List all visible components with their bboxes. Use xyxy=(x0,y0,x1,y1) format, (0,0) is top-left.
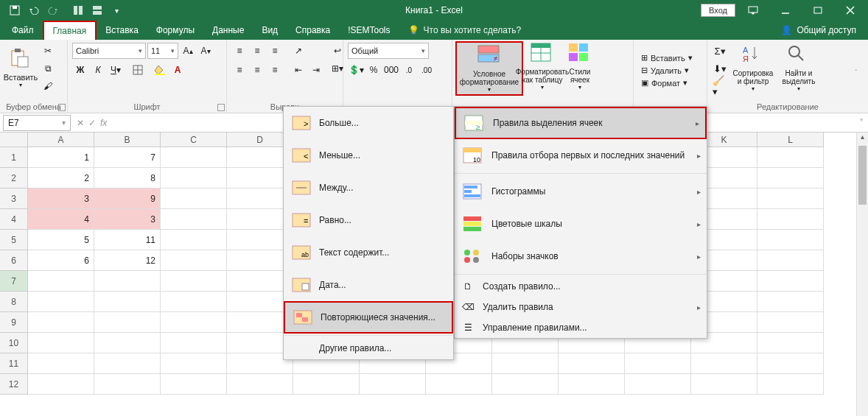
cell[interactable] xyxy=(161,250,227,271)
align-right-icon[interactable]: ≡ xyxy=(267,62,283,78)
number-format-combo[interactable]: Общий▾ xyxy=(348,43,429,59)
cell[interactable] xyxy=(227,374,293,395)
font-color-icon[interactable]: A xyxy=(169,62,186,78)
cell[interactable] xyxy=(28,374,94,395)
cell[interactable] xyxy=(161,168,227,188)
cell[interactable]: 12 xyxy=(94,250,161,271)
row-header[interactable]: 4 xyxy=(0,209,28,230)
inc-decimal-icon[interactable]: .0 xyxy=(401,62,417,78)
rule-equal[interactable]: =Равно... xyxy=(284,204,453,236)
row-header[interactable]: 9 xyxy=(0,312,28,333)
rule-other[interactable]: Другие правила... xyxy=(284,337,453,359)
autosum-icon[interactable]: Σ▾ xyxy=(712,43,728,59)
cancel-formula-icon[interactable]: ✕ xyxy=(77,118,84,128)
cut-icon[interactable]: ✂ xyxy=(40,43,56,59)
menu-highlight-cells[interactable]: ≥Правила выделения ячеек▸ xyxy=(455,107,707,139)
align-bottom-icon[interactable]: ≡ xyxy=(267,43,283,59)
cell[interactable] xyxy=(625,353,691,374)
conditional-formatting-button[interactable]: ≠ Условное форматирование▾ xyxy=(455,41,523,96)
qat-more-icon[interactable]: ▾ xyxy=(108,2,125,18)
cell[interactable] xyxy=(28,292,94,312)
tab-help[interactable]: Справка xyxy=(287,21,339,40)
rule-text-contains[interactable]: abТекст содержит... xyxy=(284,236,453,269)
fill-icon[interactable]: ⬇▾ xyxy=(712,60,728,77)
cell[interactable] xyxy=(94,353,161,374)
tab-file[interactable]: Файл xyxy=(3,21,43,40)
fx-icon[interactable]: fx xyxy=(100,118,107,128)
cell[interactable] xyxy=(691,353,757,374)
orientation-icon[interactable]: ↗ xyxy=(290,43,307,59)
menu-manage-rules[interactable]: ☰Управление правилами... xyxy=(455,317,707,338)
cell[interactable] xyxy=(161,312,227,333)
row-header[interactable]: 10 xyxy=(0,333,28,353)
column-header[interactable]: B xyxy=(94,133,161,147)
indent-inc-icon[interactable]: ⇥ xyxy=(308,62,324,78)
row-header[interactable]: 12 xyxy=(0,374,28,395)
select-all-corner[interactable] xyxy=(0,133,28,147)
cell[interactable]: 7 xyxy=(94,147,161,168)
menu-clear-rules[interactable]: ⌫Удалить правила▸ xyxy=(455,297,707,317)
cell[interactable] xyxy=(161,292,227,312)
minimize-icon[interactable] xyxy=(771,0,800,21)
cell[interactable] xyxy=(757,271,824,292)
redo-icon[interactable] xyxy=(44,2,62,18)
tab-insert[interactable]: Вставка xyxy=(97,21,147,40)
italic-button[interactable]: К xyxy=(90,62,106,78)
rule-greater-than[interactable]: >Больше... xyxy=(284,107,453,139)
align-top-icon[interactable]: ≡ xyxy=(231,43,248,59)
cell[interactable] xyxy=(161,333,227,353)
cell[interactable] xyxy=(757,188,824,209)
rule-less-than[interactable]: <Меньше... xyxy=(284,139,453,172)
column-header[interactable]: L xyxy=(757,133,824,147)
cell[interactable] xyxy=(757,168,824,188)
find-select-button[interactable]: Найти и выделить▾ xyxy=(778,43,819,93)
cell[interactable] xyxy=(94,271,161,292)
ribbon-options-icon[interactable] xyxy=(738,0,768,21)
row-header[interactable]: 1 xyxy=(0,147,28,168)
cell[interactable]: 1 xyxy=(28,147,94,168)
cell[interactable] xyxy=(28,333,94,353)
cell[interactable] xyxy=(94,312,161,333)
cell[interactable] xyxy=(161,147,227,168)
rule-between[interactable]: Между... xyxy=(284,172,453,204)
rule-duplicate-values[interactable]: Повторяющиеся значения... xyxy=(284,301,453,334)
format-painter-icon[interactable]: 🖌 xyxy=(40,78,56,94)
cell[interactable] xyxy=(28,271,94,292)
fill-color-icon[interactable] xyxy=(152,62,168,78)
collapse-ribbon-icon[interactable]: ˇ xyxy=(855,69,865,80)
tab-data[interactable]: Данные xyxy=(203,21,253,40)
cell[interactable] xyxy=(94,374,161,395)
tab-view[interactable]: Вид xyxy=(253,21,287,40)
maximize-icon[interactable] xyxy=(803,0,833,21)
cell[interactable] xyxy=(293,374,360,395)
grow-font-icon[interactable]: A▴ xyxy=(180,43,196,59)
cell[interactable] xyxy=(492,374,559,395)
cell[interactable] xyxy=(492,353,559,374)
tab-home[interactable]: Главная xyxy=(43,21,97,40)
cell[interactable] xyxy=(161,209,227,230)
qat-icon-2[interactable] xyxy=(88,2,106,18)
cell[interactable] xyxy=(757,333,824,353)
cell[interactable]: 6 xyxy=(28,250,94,271)
cell[interactable] xyxy=(161,353,227,374)
cell[interactable] xyxy=(559,353,625,374)
menu-color-scales[interactable]: Цветовые шкалы▸ xyxy=(455,208,707,240)
tab-formulas[interactable]: Формулы xyxy=(147,21,203,40)
cell[interactable] xyxy=(28,312,94,333)
menu-new-rule[interactable]: 🗋Создать правило... xyxy=(455,276,707,297)
cell[interactable] xyxy=(94,292,161,312)
expand-formula-icon[interactable]: ˅ xyxy=(855,118,868,128)
cell[interactable] xyxy=(161,188,227,209)
cell[interactable]: 2 xyxy=(28,168,94,188)
cell[interactable] xyxy=(360,374,426,395)
cell[interactable] xyxy=(757,374,824,395)
cell[interactable]: 5 xyxy=(28,230,94,250)
row-header[interactable]: 8 xyxy=(0,292,28,312)
cell[interactable] xyxy=(161,271,227,292)
cell[interactable] xyxy=(757,209,824,230)
delete-cells-button[interactable]: ⊟Удалить▾ xyxy=(638,65,696,76)
cell[interactable] xyxy=(691,374,757,395)
tell-me-search[interactable]: 💡 Что вы хотите сделать? xyxy=(408,21,522,40)
cell[interactable] xyxy=(625,374,691,395)
cell-styles-button[interactable]: Стили ячеек▾ xyxy=(561,41,598,91)
